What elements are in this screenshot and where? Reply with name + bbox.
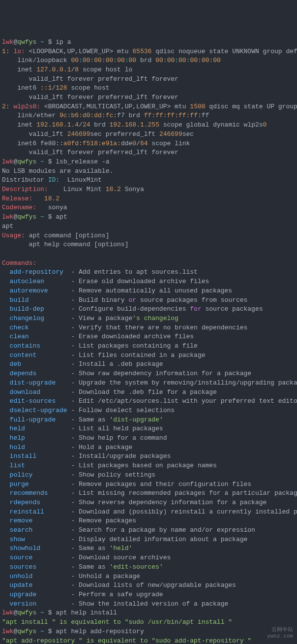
- mac-seg: 9c: [59, 112, 67, 119]
- prefix: 24: [83, 121, 90, 129]
- usage-line: apt help command [options]: [29, 241, 129, 248]
- inet6-addr: ::1: [40, 84, 52, 92]
- apt-command-name: show: [10, 536, 71, 543]
- apt-command-name: depends: [10, 370, 71, 377]
- apt-command-name: upgrade: [10, 591, 71, 598]
- lsb-desc-label: Description:: [2, 186, 48, 193]
- valid-lft: valid_lft forever preferred_lft forever: [29, 94, 178, 101]
- lsb-desc-ver: 18.2: [106, 186, 121, 193]
- apt-command-name: check: [10, 324, 71, 331]
- brd-label: brd: [129, 112, 140, 119]
- mtu-label: mtu: [117, 48, 128, 55]
- mac-seg: 00: [71, 57, 79, 64]
- apt-command-name: sources: [10, 563, 71, 571]
- mac-seg: 00: [129, 57, 137, 64]
- usage-line: apt command [options]: [29, 232, 110, 239]
- watermark: 云网牛站ywnz.com: [267, 626, 293, 639]
- apt-command-name: dselect-upgrade: [10, 407, 71, 414]
- apt-command-name: hold: [10, 444, 71, 451]
- scope: scope global dynamic wlp2s: [163, 121, 263, 129]
- terminal-output[interactable]: lwk@qwfys ~ $ ip a 1: lo: <LOOPBACK,UP,L…: [2, 38, 297, 644]
- inet6-addr: 0: [132, 140, 136, 147]
- prompt: lwk@qwfys ~ $: [2, 213, 52, 221]
- lsb-desc: Linux Mint: [63, 186, 102, 193]
- prompt: lwk@qwfys ~ $: [2, 38, 52, 46]
- inet6-label: inet6: [17, 84, 36, 92]
- apt-command-name: reinstall: [10, 508, 71, 515]
- lsb-dist: LinuxMint: [67, 176, 102, 184]
- iface1-name: lo:: [13, 48, 25, 55]
- loopback-link: link/loopback: [17, 57, 67, 64]
- cmd-apt-help-install: apt help install: [56, 609, 117, 616]
- apt-command-name: install: [10, 452, 71, 460]
- apt-command-name: help: [10, 434, 71, 442]
- prompt: lwk@qwfys ~ $: [2, 628, 52, 635]
- inet4-addr: 127.0.0.1: [36, 66, 71, 73]
- apt-command-name: dist-upgrade: [10, 379, 71, 386]
- apt-command-name: held: [10, 425, 71, 432]
- apt-command-name: showhold: [10, 545, 71, 552]
- iface1-flags: <LOOPBACK,UP,LOWER_UP>: [29, 48, 114, 55]
- apt-command-name: update: [10, 581, 71, 589]
- apt-command-name: version: [10, 600, 71, 608]
- valid-lft: valid_lft: [29, 130, 63, 138]
- cmd-ip-a: ip a: [56, 38, 71, 46]
- cmd-lsb: lsb_release -a: [56, 158, 109, 165]
- apt-command-name: clean: [10, 333, 71, 340]
- prefix: 64: [140, 140, 148, 147]
- apt-echo: apt: [2, 223, 13, 230]
- mac-seg: 00: [178, 57, 186, 64]
- lsb-rel: 18.2: [44, 195, 59, 202]
- apt-command-name: changelog: [10, 315, 71, 322]
- apt-command-name: policy: [10, 471, 71, 479]
- brd-addr: ff:ff:ff:ff:ff:: [144, 112, 202, 119]
- inet-label: inet: [17, 66, 32, 73]
- help-output: "apt install " is equivalent to "sudo /u…: [2, 618, 232, 626]
- brd-addr: ff: [202, 112, 209, 119]
- mac-seg: b6:d0:dd:fc:: [71, 112, 117, 119]
- mac-sep: :: [102, 57, 106, 64]
- inet6-label: inet6: [17, 140, 36, 147]
- mac-seg: 00: [213, 57, 221, 64]
- lsb-no-mods: No LSB modules are available.: [2, 167, 113, 175]
- inet6-addr: fe80::: [40, 140, 63, 147]
- ether-link: link/ether: [17, 112, 56, 119]
- slash: /: [136, 140, 140, 147]
- iface2-name: wlp2s0:: [13, 103, 40, 110]
- apt-command-name: purge: [10, 481, 71, 488]
- apt-command-name: edit-sources: [10, 397, 71, 405]
- apt-command-name: rdepends: [10, 499, 71, 506]
- prefix: 128: [56, 84, 67, 92]
- prompt: lwk@qwfys ~ $: [2, 158, 52, 165]
- iface1-idx: 1:: [2, 48, 10, 55]
- apt-command-name: add-repository: [10, 268, 71, 276]
- scope: 0: [263, 121, 267, 129]
- inet-label: inet: [17, 121, 32, 129]
- apt-command-name: content: [10, 352, 71, 359]
- iface2-idx: 2:: [2, 103, 10, 110]
- apt-command-name: build-dep: [10, 305, 71, 313]
- apt-command-name: full-upgrade: [10, 416, 71, 423]
- mac-seg: 00: [190, 57, 198, 64]
- mac-seg: 00: [155, 57, 163, 64]
- valid-lft: sec: [182, 130, 194, 138]
- mac-seg: 00: [83, 57, 90, 64]
- apt-command-name: unhold: [10, 573, 71, 580]
- mac-seg: 00: [106, 57, 114, 64]
- iface2-mtu: 1500: [190, 103, 205, 110]
- mac-seg: 00: [117, 57, 125, 64]
- valid-lft: sec preferred_lft: [90, 130, 155, 138]
- lsb-code-label: Codename:: [2, 204, 36, 211]
- inet4-addr: 192.168.1.4: [36, 121, 79, 129]
- help-output: "apt add-repository " is equivalent to "…: [2, 637, 251, 644]
- apt-command-name: contains: [10, 342, 71, 350]
- cmd-apt: apt: [56, 213, 67, 221]
- mac-sep: :: [198, 57, 202, 64]
- apt-command-name: search: [10, 526, 71, 534]
- mac-sep: :: [79, 57, 83, 64]
- iface1-tail: qdisc noqueue state UNKNOWN group defaul…: [155, 48, 297, 55]
- mac-sep: :: [113, 57, 117, 64]
- iface2-flags: <BROADCAST,MULTICAST,UP,LOWER_UP>: [44, 103, 171, 110]
- scope: scope host: [71, 84, 109, 92]
- mac-seg: 00: [202, 57, 209, 64]
